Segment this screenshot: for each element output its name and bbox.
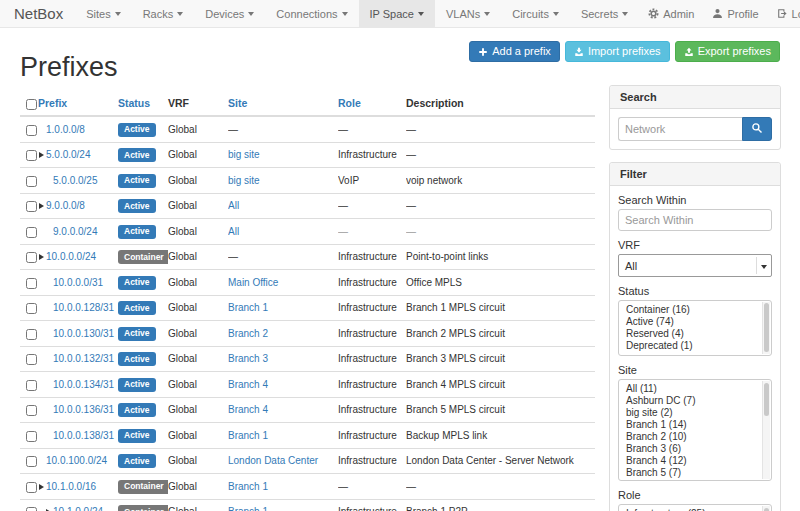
listbox-option[interactable]: Deprecated (1) [619,340,762,352]
listbox-option[interactable]: All (11) [619,383,762,395]
prefix-link[interactable]: 10.1.0.0/24 [53,506,103,511]
nav-item-secrets[interactable]: Secrets [570,0,639,27]
prefix-link[interactable]: 9.0.0.0/8 [46,200,85,211]
prefix-link[interactable]: 5.0.0.0/24 [46,149,90,160]
row-checkbox[interactable] [26,507,37,511]
description-cell: voip network [406,168,595,194]
brand[interactable]: NetBox [14,0,75,27]
row-checkbox[interactable] [26,227,37,238]
scrollbar[interactable] [762,381,770,479]
listbox-option[interactable]: Branch 3 (6) [619,443,762,455]
site-link[interactable]: Branch 2 [228,328,268,339]
user-item-admin[interactable]: Admin [639,0,703,27]
site-link[interactable]: Branch 4 [228,404,268,415]
site-link[interactable]: All [228,200,239,211]
nav-item-connections[interactable]: Connections [265,0,358,27]
scrollbar[interactable] [762,302,770,354]
site-link[interactable]: All [228,226,239,237]
sort-link-status[interactable]: Status [118,97,150,109]
listbox-option[interactable]: Active (74) [619,316,762,328]
prefix-link[interactable]: 10.0.0.136/31 [53,404,114,415]
site-link[interactable]: Branch 1 [228,430,268,441]
prefix-link[interactable]: 5.0.0.0/25 [53,175,97,186]
prefix-link[interactable]: 10.0.0.138/31 [53,430,114,441]
listbox-option[interactable]: Branch 5 (7) [619,467,762,479]
row-checkbox[interactable] [26,482,37,493]
prefix-link[interactable]: 10.0.0.134/31 [53,379,114,390]
site-link[interactable]: Branch 1 [228,506,268,511]
row-checkbox[interactable] [26,405,37,416]
expand-arrow-icon[interactable] [39,203,44,209]
listbox-option[interactable]: Branch 2 (10) [619,431,762,443]
prefix-link[interactable]: 10.1.0.0/16 [46,481,96,492]
site-link[interactable]: Branch 1 [228,481,268,492]
row-checkbox[interactable] [26,125,37,136]
expand-arrow-icon[interactable] [39,254,44,260]
row-checkbox[interactable] [26,252,37,263]
nav-item-ip-space[interactable]: IP Space [359,0,435,27]
nav-item-sites[interactable]: Sites [75,0,131,27]
role-listbox[interactable]: Infrastructure (25)Management (8)Private… [618,504,772,511]
site-link[interactable]: Branch 3 [228,353,268,364]
sort-link-role[interactable]: Role [338,97,361,109]
row-checkbox[interactable] [26,329,37,340]
nav-item-racks[interactable]: Racks [132,0,195,27]
row-checkbox[interactable] [26,303,37,314]
prefix-link[interactable]: 10.0.0.132/31 [53,353,114,364]
status-listbox[interactable]: Container (16)Active (74)Reserved (4)Dep… [618,300,772,356]
scrollbar-thumb[interactable] [764,303,769,352]
nav-item-circuits[interactable]: Circuits [501,0,570,27]
description-cell: Branch 3 MPLS circuit [406,346,595,372]
scrollbar[interactable] [762,506,770,511]
prefix-link[interactable]: 1.0.0.0/8 [46,124,85,135]
row-checkbox[interactable] [26,176,37,187]
prefix-link[interactable]: 10.0.0.0/24 [46,251,96,262]
prefix-table: PrefixStatusVRFSiteRoleDescription 1.0.0… [20,93,595,511]
search-within-input[interactable] [618,209,772,231]
row-checkbox[interactable] [26,278,37,289]
listbox-option[interactable]: Reserved (4) [619,328,762,340]
row-checkbox[interactable] [26,150,37,161]
export-prefixes-button[interactable]: Export prefixes [675,41,780,62]
listbox-option[interactable]: Branch 1 (14) [619,419,762,431]
nav-item-devices[interactable]: Devices [194,0,265,27]
row-checkbox[interactable] [26,456,37,467]
row-checkbox[interactable] [26,201,37,212]
scrollbar-thumb[interactable] [764,383,769,416]
listbox-option[interactable]: Branch 4 (12) [619,455,762,467]
site-listbox[interactable]: All (11)Ashburn DC (7)big site (2)Branch… [618,379,772,481]
user-item-profile[interactable]: Profile [703,0,767,27]
row-checkbox[interactable] [26,380,37,391]
sort-link-site[interactable]: Site [228,97,247,109]
prefix-link[interactable]: 9.0.0.0/24 [53,226,97,237]
user-item-log-out[interactable]: Log out [768,0,800,27]
site-link[interactable]: big site [228,149,260,160]
listbox-option[interactable]: COLO-1-24 (2) [619,479,762,481]
row-checkbox[interactable] [26,354,37,365]
status-cell: Active [118,372,168,398]
nav-item-vlans[interactable]: VLANs [435,0,501,27]
prefix-link[interactable]: 10.0.0.128/31 [53,302,114,313]
prefix-link[interactable]: 10.0.0.130/31 [53,328,114,339]
listbox-option[interactable]: Ashburn DC (7) [619,395,762,407]
status-badge: Active [118,454,156,468]
site-link[interactable]: big site [228,175,260,186]
search-button[interactable] [742,117,772,141]
chevron-down-icon [761,265,767,269]
site-link[interactable]: Branch 1 [228,302,268,313]
search-input[interactable] [618,117,742,141]
site-link[interactable]: Branch 4 [228,379,268,390]
listbox-option[interactable]: big site (2) [619,407,762,419]
site-link[interactable]: London Data Center [228,455,318,466]
site-link[interactable]: Main Office [228,277,278,288]
expand-arrow-icon[interactable] [39,152,44,158]
expand-arrow-icon[interactable] [39,484,44,490]
select-all-checkbox[interactable] [26,99,37,110]
row-checkbox[interactable] [26,431,37,442]
scrollbar-thumb[interactable] [764,508,769,511]
prefix-link[interactable]: 10.0.100.0/24 [46,455,107,466]
prefix-link[interactable]: 10.0.0.0/31 [53,277,103,288]
vrf-select[interactable]: All [618,254,772,277]
sort-link-prefix[interactable]: Prefix [38,97,67,109]
listbox-option[interactable]: Container (16) [619,304,762,316]
